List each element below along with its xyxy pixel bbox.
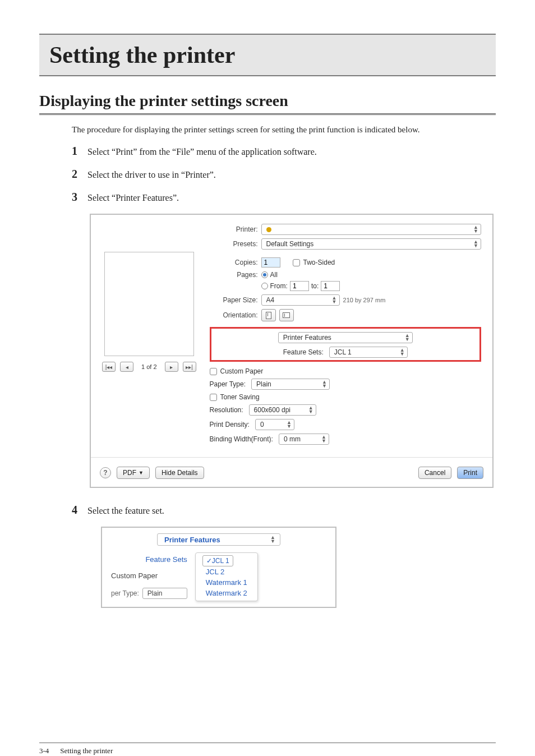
- toner-saving-checkbox[interactable]: [210, 394, 217, 401]
- pages-all-label: All: [270, 271, 278, 279]
- custom-paper-checkbox[interactable]: [210, 368, 217, 375]
- paper-type-select[interactable]: Plain: [142, 588, 187, 599]
- resolution-select[interactable]: 600x600 dpi ▲▼: [249, 404, 316, 416]
- print-density-label: Print Density:: [210, 421, 250, 428]
- pages-to-input[interactable]: [321, 281, 340, 291]
- feature-set-option-watermark1[interactable]: Watermark 1: [202, 577, 251, 588]
- paper-size-select[interactable]: A4 ▲▼: [261, 294, 340, 306]
- step-text: Select “Print” from the “File” menu of t…: [87, 146, 317, 157]
- per-type-label: per Type:: [111, 589, 139, 597]
- select-arrows-icon: ▲▼: [473, 225, 478, 233]
- help-button[interactable]: ?: [100, 467, 111, 478]
- binding-width-value: 0 mm: [284, 435, 301, 443]
- copies-label: Copies:: [210, 259, 258, 266]
- pane-value: Printer Features: [283, 334, 331, 342]
- chevron-down-icon: ▼: [139, 470, 144, 476]
- select-arrows-icon: ▲▼: [321, 435, 326, 443]
- print-dialog: |◂◂ ◂ 1 of 2 ▸ ▸▸| Printer: ▲▼ Presets: …: [90, 214, 494, 488]
- custom-paper-label: Custom Paper: [111, 571, 187, 580]
- feature-sets-label: Feature Sets:: [283, 348, 324, 356]
- pane-select[interactable]: Printer Features ▲▼: [278, 332, 413, 343]
- printer-select[interactable]: ▲▼: [261, 224, 481, 235]
- next-page-button[interactable]: ▸: [165, 362, 178, 372]
- hide-details-button[interactable]: Hide Details: [155, 467, 204, 479]
- cancel-button[interactable]: Cancel: [418, 467, 451, 479]
- feature-sets-label: Feature Sets: [111, 555, 187, 564]
- page-footer: 3-4 Setting the printer: [39, 743, 496, 755]
- select-arrows-icon: ▲▼: [405, 334, 410, 342]
- chapter-title: Setting the printer: [39, 34, 496, 76]
- select-arrows-icon: ▲▼: [400, 348, 405, 356]
- first-page-button[interactable]: |◂◂: [102, 362, 116, 372]
- select-arrows-icon: ▲▼: [287, 421, 292, 428]
- status-dot-icon: [266, 227, 271, 232]
- step-number: 1: [72, 145, 87, 158]
- feature-set-dropdown-screenshot: Printer Features ▲▼ Feature Sets Custom …: [101, 527, 336, 608]
- paper-size-value: A4: [266, 296, 275, 304]
- footer-page-number: 3-4: [39, 746, 49, 755]
- binding-width-label: Binding Width(Front):: [210, 435, 273, 443]
- step-text: Select the driver to use in “Printer”.: [87, 169, 216, 180]
- landscape-icon: [283, 312, 290, 318]
- binding-width-select[interactable]: 0 mm ▲▼: [279, 434, 329, 445]
- pages-from-input[interactable]: [290, 281, 309, 291]
- step-2: 2 Select the driver to use in “Printer”.: [72, 168, 496, 181]
- paper-size-label: Paper Size:: [210, 296, 258, 304]
- select-arrows-icon: ▲▼: [308, 406, 313, 414]
- section-description: The procedure for displaying the printer…: [72, 125, 496, 135]
- footer-text: Setting the printer: [60, 746, 113, 755]
- pages-to-label: to:: [311, 282, 319, 290]
- paper-size-dim: 210 by 297 mm: [343, 297, 386, 303]
- select-arrows-icon: ▲▼: [473, 240, 478, 248]
- paper-type-select[interactable]: Plain ▲▼: [251, 379, 330, 390]
- presets-select[interactable]: Default Settings ▲▼: [261, 238, 481, 250]
- feature-sets-select[interactable]: JCL 1 ▲▼: [329, 347, 408, 358]
- two-sided-label: Two-Sided: [303, 259, 335, 266]
- feature-set-option-watermark2[interactable]: Watermark 2: [202, 588, 251, 598]
- feature-set-option-jcl1[interactable]: JCL 1: [202, 555, 233, 566]
- step-3: 3 Select “Printer Features”.: [72, 191, 496, 204]
- prev-page-button[interactable]: ◂: [120, 362, 133, 372]
- pdf-dropdown[interactable]: PDF ▼: [117, 467, 150, 479]
- separator: [91, 457, 492, 458]
- resolution-value: 600x600 dpi: [254, 406, 290, 414]
- paper-type-label: Paper Type:: [210, 380, 246, 388]
- pane-value: Printer Features: [164, 536, 220, 544]
- preview-page: [104, 252, 194, 356]
- feature-sets-value: JCL 1: [334, 348, 352, 356]
- step-text: Select “Printer Features”.: [87, 192, 179, 203]
- printer-features-pane-highlight: Printer Features ▲▼ Feature Sets: JCL 1 …: [210, 327, 481, 362]
- pane-select[interactable]: Printer Features ▲▼: [157, 533, 280, 546]
- orientation-label: Orientation:: [210, 311, 258, 319]
- resolution-label: Resolution:: [210, 406, 243, 414]
- printer-label: Printer:: [210, 225, 258, 233]
- portrait-icon: [266, 312, 271, 319]
- pages-from-label: From:: [270, 282, 288, 290]
- copies-input[interactable]: [261, 257, 280, 268]
- last-page-button[interactable]: ▸▸|: [183, 362, 196, 372]
- paper-type-value: Plain: [147, 589, 163, 597]
- step-number: 2: [72, 168, 87, 181]
- feature-sets-menu: JCL 1 JCL 2 Watermark 1 Watermark 2: [195, 552, 258, 601]
- page-count: 1 of 2: [138, 363, 160, 370]
- preview-column: |◂◂ ◂ 1 of 2 ▸ ▸▸|: [102, 224, 196, 445]
- select-arrows-icon: ▲▼: [332, 296, 337, 304]
- two-sided-checkbox[interactable]: [293, 259, 300, 266]
- landscape-button[interactable]: [279, 309, 294, 321]
- print-button[interactable]: Print: [457, 467, 483, 479]
- toner-saving-label: Toner Saving: [220, 393, 260, 401]
- print-density-value: 0: [260, 421, 264, 428]
- pages-range-radio[interactable]: [261, 283, 268, 289]
- paper-type-value: Plain: [256, 380, 271, 388]
- presets-label: Presets:: [210, 240, 258, 248]
- portrait-button[interactable]: [261, 309, 276, 321]
- step-number: 3: [72, 191, 87, 204]
- presets-value: Default Settings: [266, 240, 314, 248]
- print-density-select[interactable]: 0 ▲▼: [255, 419, 294, 430]
- pages-all-radio[interactable]: [261, 271, 268, 278]
- custom-paper-label: Custom Paper: [220, 367, 264, 375]
- pages-label: Pages:: [210, 271, 258, 279]
- feature-set-option-jcl2[interactable]: JCL 2: [202, 566, 251, 577]
- select-arrows-icon: ▲▼: [322, 380, 327, 388]
- step-4: 4 Select the feature set.: [72, 504, 496, 517]
